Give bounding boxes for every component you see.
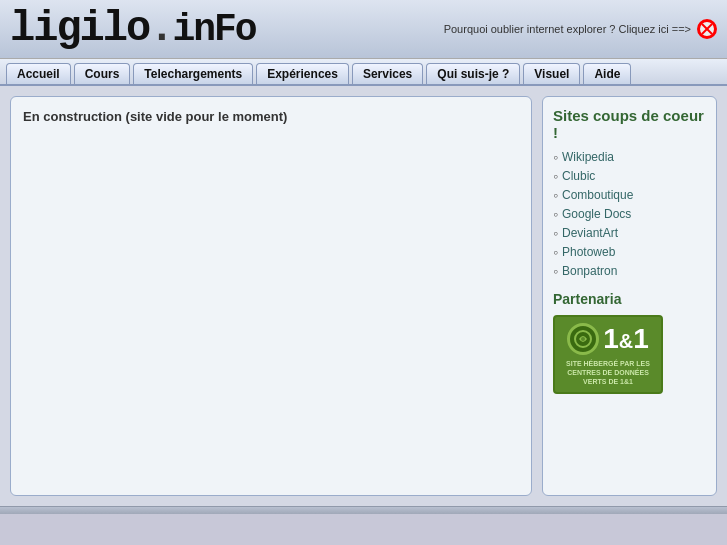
link-wikipedia[interactable]: Wikipedia	[562, 150, 614, 164]
badge-number: 1&1	[603, 325, 649, 353]
link-bonpatron[interactable]: Bonpatron	[562, 264, 617, 278]
link-clubic[interactable]: Clubic	[562, 169, 595, 183]
sidebar-links: Wikipedia Clubic Comboutique Google Docs…	[553, 149, 706, 279]
no-ie-icon	[697, 19, 717, 39]
link-photoweb[interactable]: Photoweb	[562, 245, 615, 259]
badge-circle-icon	[567, 323, 599, 355]
nav-tab-visuel[interactable]: Visuel	[523, 63, 580, 84]
1and1-badge[interactable]: 1&1 SITE HÉBERGÉ PAR LES CENTRES DE DONN…	[553, 315, 663, 394]
top-notice: Pourquoi oublier internet explorer ? Cli…	[444, 19, 717, 39]
nav-bar: Accueil Cours Telechargements Expérience…	[0, 59, 727, 86]
construction-text: En construction (site vide pour le momen…	[23, 109, 519, 124]
sidebar: Sites coups de coeur ! Wikipedia Clubic …	[542, 96, 717, 496]
list-item: DeviantArt	[553, 225, 706, 241]
sidebar-title: Sites coups de coeur !	[553, 107, 706, 141]
link-comboutique[interactable]: Comboutique	[562, 188, 633, 202]
top-banner: ligilo.inFo Pourquoi oublier internet ex…	[0, 0, 727, 59]
list-item: Google Docs	[553, 206, 706, 222]
link-google-docs[interactable]: Google Docs	[562, 207, 631, 221]
nav-tab-accueil[interactable]: Accueil	[6, 63, 71, 84]
list-item: Comboutique	[553, 187, 706, 203]
list-item: Photoweb	[553, 244, 706, 260]
nav-tab-qui-suis-je[interactable]: Qui suis-je ?	[426, 63, 520, 84]
site-logo: ligilo.inFo	[10, 4, 256, 54]
list-item: Wikipedia	[553, 149, 706, 165]
list-item: Clubic	[553, 168, 706, 184]
link-deviantart[interactable]: DeviantArt	[562, 226, 618, 240]
nav-tab-telechargements[interactable]: Telechargements	[133, 63, 253, 84]
content-panel: En construction (site vide pour le momen…	[10, 96, 532, 496]
nav-tab-cours[interactable]: Cours	[74, 63, 131, 84]
badge-text: SITE HÉBERGÉ PAR LES CENTRES DE DONNÉES …	[561, 359, 655, 386]
notice-text: Pourquoi oublier internet explorer ? Cli…	[444, 23, 691, 35]
partenaria-title: Partenaria	[553, 291, 706, 307]
svg-point-3	[581, 337, 585, 341]
badge-top: 1&1	[567, 323, 649, 355]
nav-tab-aide[interactable]: Aide	[583, 63, 631, 84]
list-item: Bonpatron	[553, 263, 706, 279]
nav-tab-services[interactable]: Services	[352, 63, 423, 84]
main-area: En construction (site vide pour le momen…	[0, 86, 727, 506]
nav-tab-experiences[interactable]: Expériences	[256, 63, 349, 84]
page-footer	[0, 506, 727, 514]
